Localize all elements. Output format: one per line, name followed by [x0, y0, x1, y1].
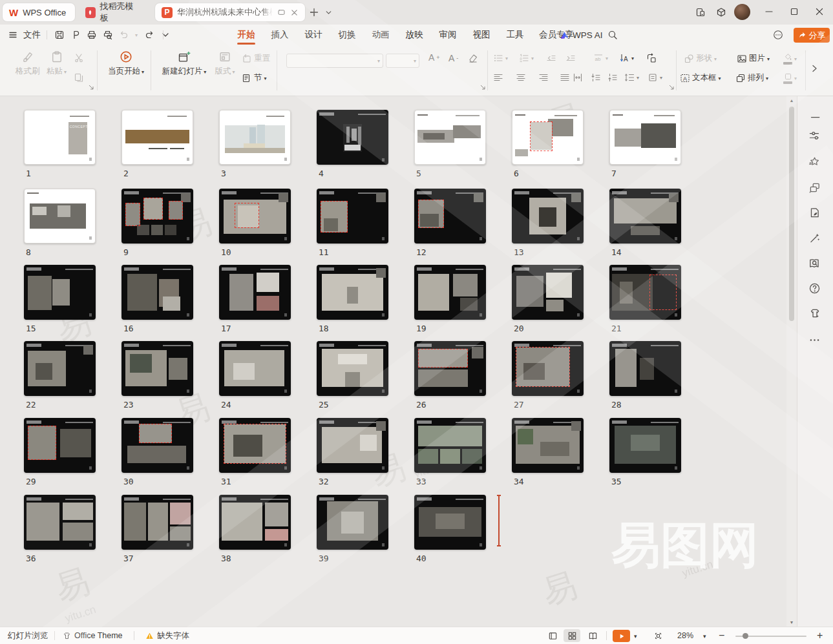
zoom-out-button[interactable]: −: [719, 627, 724, 644]
slide-thumbnail[interactable]: [121, 189, 193, 244]
increase-indent-icon[interactable]: [565, 53, 576, 63]
menu-tab-7[interactable]: 视图: [465, 25, 498, 45]
missing-font-warning[interactable]: 缺失字体: [145, 627, 189, 644]
menu-tab-5[interactable]: 放映: [397, 25, 431, 45]
redo-icon[interactable]: [144, 25, 154, 45]
vertical-align-button[interactable]: ▾: [648, 72, 662, 83]
section-button[interactable]: 节▾: [242, 72, 267, 83]
menu-tab-3[interactable]: 切换: [330, 25, 364, 45]
decrease-indent-icon[interactable]: [546, 53, 556, 63]
slide-thumbnail[interactable]: [121, 495, 193, 550]
slide-thumbnail[interactable]: [512, 341, 584, 396]
sidebar-collapse-icon[interactable]: [808, 110, 821, 123]
bullet-list-button[interactable]: ▾: [493, 53, 508, 63]
slide-sorter-view-button[interactable]: [564, 629, 580, 642]
decrease-font-button[interactable]: A-: [448, 53, 458, 63]
sidebar-star-icon[interactable]: [808, 156, 821, 168]
sidebar-settings-icon[interactable]: [808, 130, 821, 142]
tab-wps-home[interactable]: W WPS Office: [3, 3, 75, 21]
slide-thumbnail[interactable]: [219, 418, 291, 473]
tab-list-chevron-icon[interactable]: [324, 8, 333, 17]
print-preview-icon[interactable]: [103, 25, 113, 45]
slide-thumbnail[interactable]: [317, 110, 388, 165]
zoom-slider-knob[interactable]: [743, 633, 748, 639]
zoom-level-label[interactable]: 28%: [677, 627, 693, 644]
arrange-button[interactable]: 排列▾: [735, 72, 768, 83]
save-icon[interactable]: [54, 25, 65, 45]
slide-thumbnail[interactable]: [609, 189, 681, 244]
office-theme-button[interactable]: Office Theme: [63, 627, 123, 644]
scroll-down-arrow-icon[interactable]: ▼: [786, 620, 797, 625]
vertical-scrollbar[interactable]: ▲ ▼: [786, 96, 797, 627]
zoom-chevron-icon[interactable]: ▾: [703, 628, 706, 644]
paragraph-spacing-decrease-icon[interactable]: [607, 72, 618, 83]
slide-thumbnail[interactable]: [414, 418, 486, 473]
slide-thumbnail[interactable]: [512, 418, 584, 473]
align-center-icon[interactable]: [516, 72, 526, 83]
align-justify-icon[interactable]: [560, 72, 570, 83]
textbox-button[interactable]: A文本框▾: [680, 72, 721, 83]
character-spacing-button[interactable]: ab▾: [593, 53, 608, 63]
window-minimize-button[interactable]: [764, 6, 774, 17]
slide-thumbnail[interactable]: [317, 341, 388, 396]
slide-thumbnail[interactable]: [414, 495, 486, 550]
ribbon-expand-chevron-icon[interactable]: [809, 63, 819, 74]
slide-thumbnail[interactable]: CONCEPT: [24, 110, 96, 165]
slideshow-play-button[interactable]: [613, 630, 630, 642]
picture-button[interactable]: 图片▾: [737, 53, 770, 64]
slide-thumbnail[interactable]: [24, 265, 96, 320]
slide-thumbnail[interactable]: [121, 341, 193, 396]
paste-button[interactable]: 粘贴▾: [47, 50, 67, 77]
slide-thumbnail[interactable]: [219, 495, 291, 550]
cut-button[interactable]: [74, 53, 84, 63]
print-icon[interactable]: [87, 25, 97, 45]
slide-thumbnail[interactable]: [219, 265, 291, 320]
menu-tab-8[interactable]: 工具: [498, 25, 532, 45]
sidebar-more-icon[interactable]: [808, 334, 821, 346]
export-pdf-icon[interactable]: [70, 25, 81, 45]
sidebar-shapes-convert-icon[interactable]: [808, 182, 821, 194]
wps-ai-button[interactable]: WPS AI: [560, 25, 603, 45]
font-size-combo[interactable]: ▾: [386, 54, 419, 68]
slide-thumbnail[interactable]: [512, 110, 584, 165]
new-slide-button[interactable]: 新建幻灯片▾: [159, 50, 209, 77]
3d-cube-icon[interactable]: [716, 7, 726, 17]
slide-thumbnail[interactable]: [317, 265, 388, 320]
sidebar-beautify-icon[interactable]: [808, 232, 821, 244]
slide-thumbnail[interactable]: [609, 110, 681, 165]
slide-sorter-canvas[interactable]: 易易易易易易易易yitu.cnyitu.cnyitu.cn易图网 CONCEPT…: [0, 96, 786, 627]
search-icon[interactable]: [607, 25, 618, 45]
sidebar-help-icon[interactable]: [808, 282, 821, 295]
slide-thumbnail[interactable]: [317, 495, 388, 550]
sidebar-docer-template-icon[interactable]: [808, 207, 821, 219]
menu-tab-4[interactable]: 动画: [364, 25, 397, 45]
slide-thumbnail[interactable]: [609, 418, 681, 473]
user-avatar[interactable]: [734, 4, 750, 20]
slide-thumbnail[interactable]: [317, 189, 388, 244]
convert-to-diagram-icon[interactable]: [646, 53, 657, 63]
shapes-button[interactable]: 形状▾: [684, 53, 717, 64]
align-right-icon[interactable]: [538, 72, 549, 83]
slide-thumbnail[interactable]: [317, 418, 388, 473]
mobile-device-icon[interactable]: [695, 7, 706, 17]
font-name-combo[interactable]: ▾: [286, 54, 383, 68]
text-direction-button[interactable]: A▾: [619, 53, 634, 63]
slide-thumbnail[interactable]: [121, 418, 193, 473]
new-tab-icon[interactable]: [309, 7, 319, 17]
slide-thumbnail[interactable]: [512, 265, 584, 320]
slide-thumbnail[interactable]: [414, 265, 486, 320]
menu-tab-0[interactable]: 开始: [229, 25, 263, 45]
hamburger-menu-icon[interactable]: [8, 25, 18, 45]
undo-chevron-icon[interactable]: ▾: [135, 25, 138, 46]
normal-view-button[interactable]: [544, 629, 561, 642]
slide-thumbnail[interactable]: [414, 189, 486, 244]
cloud-more-icon[interactable]: [773, 25, 783, 45]
increase-font-button[interactable]: A+: [428, 53, 440, 62]
slideshow-options-chevron-icon[interactable]: ▾: [634, 628, 637, 644]
slide-thumbnail[interactable]: [121, 265, 193, 320]
close-tab-icon[interactable]: [290, 8, 299, 17]
scrollbar-thumb[interactable]: [789, 107, 794, 321]
slide-thumbnail[interactable]: [121, 110, 193, 165]
paragraph-spacing-increase-icon[interactable]: [591, 72, 601, 83]
play-from-current-button[interactable]: 当页开始▾: [103, 50, 149, 77]
